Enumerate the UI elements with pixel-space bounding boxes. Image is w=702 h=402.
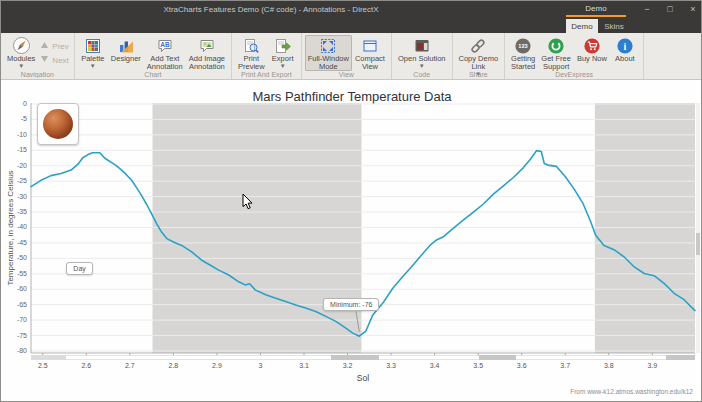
ribbon-group-label: Share <box>453 71 505 78</box>
get-free-support-label: Get Free Support <box>541 55 571 71</box>
ribbon-group-view: Full-Window ModeCompact ViewView <box>302 33 392 79</box>
print-preview-button[interactable]: Print Preview <box>235 35 268 71</box>
designer-icon <box>117 36 135 55</box>
x-tick-label: 3.1 <box>299 362 309 369</box>
add-image-annotation-label: Add Image Annotation <box>189 55 225 71</box>
add-text-annotation-button[interactable]: ABAdd Text Annotation <box>144 35 186 71</box>
h-scrollbar-thumb[interactable] <box>666 355 695 360</box>
nav-prev-next-stack: PrevNext <box>38 35 70 65</box>
tab-skins[interactable]: Skins <box>599 19 629 33</box>
y-tick-label: -75 <box>3 332 27 339</box>
get-free-support-icon <box>547 36 565 55</box>
x-tick-label: 3 <box>259 362 263 369</box>
source-note: From www-k12.atmos.washington.edu/k12 <box>570 388 693 395</box>
ribbon-group-label: Chart <box>75 71 231 78</box>
ribbon-group-chart: Palette▼DesignerABAdd Text AnnotationAdd… <box>75 33 232 79</box>
x-tick-label: 3.6 <box>517 362 527 369</box>
tab-strip: Demo Skins <box>1 19 702 33</box>
get-free-support-button[interactable]: Get Free Support <box>538 35 574 71</box>
buy-now-button[interactable]: Buy Now <box>574 35 610 63</box>
prev-icon <box>40 41 49 51</box>
modules-dropdown-arrow-icon: ▼ <box>18 64 24 69</box>
print-preview-icon <box>242 36 260 55</box>
add-image-annotation-button[interactable]: Add Image Annotation <box>186 35 228 71</box>
x-tick-label: 3.4 <box>430 362 440 369</box>
maximize-button[interactable]: □ <box>663 3 677 16</box>
palette-button[interactable]: Palette▼ <box>78 35 108 69</box>
ribbon-caption: Demo <box>566 4 626 13</box>
minimize-button[interactable]: − <box>640 3 654 16</box>
x-tick-label: 2.8 <box>169 362 179 369</box>
getting-started-button[interactable]: 123Getting Started <box>508 35 538 71</box>
designer-label: Designer <box>111 55 141 63</box>
export-button[interactable]: Export▼ <box>268 35 298 69</box>
close-button[interactable]: × <box>686 3 700 16</box>
h-scrollbar-thumb[interactable] <box>331 355 379 360</box>
prev-button[interactable]: Prev <box>38 41 70 51</box>
day-annotation[interactable]: Day <box>66 262 92 275</box>
x-axis-title: Sol <box>31 373 695 383</box>
getting-started-icon: 123 <box>514 36 532 55</box>
x-tick-label: 2.5 <box>38 362 48 369</box>
title-bar: XtraCharts Features Demo (C# code) - Ann… <box>1 1 702 19</box>
x-tick-label: 3.9 <box>647 362 657 369</box>
buy-now-label: Buy Now <box>577 55 607 63</box>
full-window-mode-label: Full-Window Mode <box>308 55 349 71</box>
export-icon <box>274 36 292 55</box>
add-text-annotation-icon: AB <box>156 36 174 55</box>
modules-button[interactable]: Modules▼ <box>4 35 38 69</box>
ribbon-group-label: Navigation <box>1 71 74 78</box>
y-axis-title: Temperature, in degrees Celsius <box>6 170 15 285</box>
full-window-mode-button[interactable]: Full-Window Mode <box>305 35 352 71</box>
minimum-annotation[interactable]: Minimum: -76 <box>323 298 379 311</box>
ribbon-group-code: Open Solution▼Code <box>392 33 453 79</box>
svg-text:AB: AB <box>160 40 170 47</box>
about-icon: i <box>616 36 634 55</box>
ribbon-toolbar: Modules▼PrevNextNavigationPalette▼Design… <box>1 33 702 80</box>
mars-image-annotation[interactable] <box>37 103 79 145</box>
svg-text:i: i <box>624 41 627 52</box>
chart-panel <box>1 80 702 402</box>
x-tick-label: 2.7 <box>125 362 135 369</box>
copy-demo-link-icon <box>469 36 487 55</box>
ribbon-group-label: Code <box>392 71 452 78</box>
y-tick-label: -80 <box>3 347 27 354</box>
about-label: About <box>615 55 635 63</box>
ribbon-group-devexpress: 123Getting StartedGet Free SupportBuy No… <box>505 33 644 79</box>
y-tick-label: -15 <box>3 146 27 153</box>
export-dropdown-arrow-icon: ▼ <box>280 64 286 69</box>
chart-h-scrollbar[interactable] <box>31 355 695 360</box>
x-tick-label: 3.8 <box>604 362 614 369</box>
palette-dropdown-arrow-icon: ▼ <box>90 64 96 69</box>
compact-view-button[interactable]: Compact View <box>352 35 388 71</box>
full-window-mode-icon <box>319 36 337 55</box>
open-solution-button[interactable]: Open Solution▼ <box>395 35 449 69</box>
next-label: Next <box>52 56 68 65</box>
mars-planet-image <box>43 109 73 139</box>
about-button[interactable]: iAbout <box>610 35 640 63</box>
y-tick-label: -20 <box>3 162 27 169</box>
tab-demo[interactable]: Demo <box>566 19 598 33</box>
compact-view-icon <box>361 36 379 55</box>
next-icon <box>40 55 49 65</box>
x-tick-label: 2.6 <box>81 362 91 369</box>
next-button[interactable]: Next <box>38 55 70 65</box>
prev-label: Prev <box>52 42 68 51</box>
ribbon-group-navigation: Modules▼PrevNextNavigation <box>1 33 75 79</box>
modules-icon <box>12 36 31 55</box>
h-scrollbar-thumb[interactable] <box>479 355 516 360</box>
ribbon-group-print-and-export: Print PreviewExport▼Print And Export <box>232 33 302 79</box>
y-tick-label: -60 <box>3 285 27 292</box>
h-scrollbar-thumb[interactable] <box>31 355 66 360</box>
y-tick-label: -5 <box>3 115 27 122</box>
copy-demo-link-label: Copy Demo Link <box>459 55 499 71</box>
y-tick-label: 0 <box>3 100 27 107</box>
y-tick-label: -70 <box>3 316 27 323</box>
v-scrollbar-thumb[interactable] <box>696 233 700 255</box>
modules-label: Modules <box>7 55 35 63</box>
x-tick-label: 3.7 <box>560 362 570 369</box>
add-text-annotation-label: Add Text Annotation <box>147 55 183 71</box>
chart-v-scrollbar[interactable] <box>696 103 700 353</box>
getting-started-label: Getting Started <box>511 55 535 71</box>
designer-button[interactable]: Designer <box>108 35 144 63</box>
